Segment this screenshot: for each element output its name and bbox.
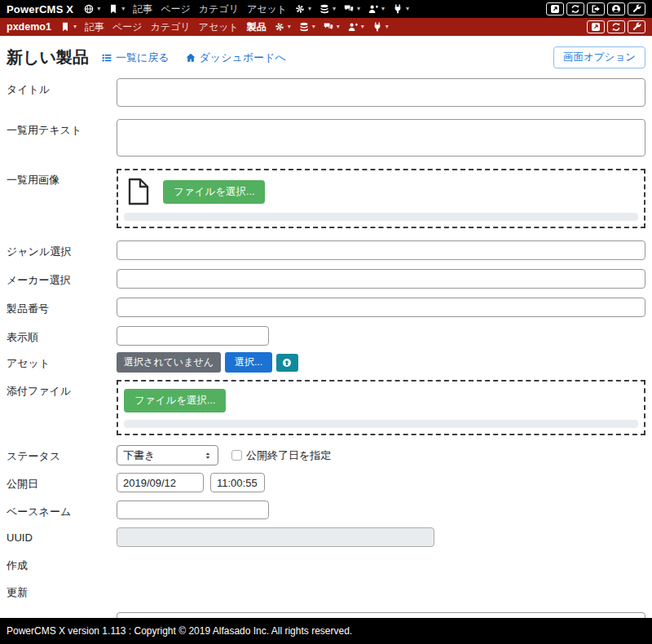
settings-menu[interactable]: ▾ <box>295 4 311 14</box>
end-date-checkbox-label: 公開終了日を指定 <box>246 448 331 463</box>
end-date-checkbox[interactable] <box>231 450 242 461</box>
attachment-label: 添付ファイル <box>7 380 117 435</box>
asset-label: アセット <box>7 352 117 373</box>
members-menu[interactable]: ▾ <box>368 4 385 14</box>
genre-input[interactable] <box>117 240 645 260</box>
site-bookmark-menu[interactable]: ▾ <box>60 22 77 32</box>
basename-label: ベースネーム <box>7 501 117 519</box>
topnav-item-pages[interactable]: ページ <box>161 2 191 16</box>
screen-options-button[interactable]: 画面オプション <box>553 46 645 68</box>
site-menu[interactable]: ▾ <box>84 4 100 14</box>
subnav-right-buttons <box>587 20 645 33</box>
created-row: 作成 <box>7 558 645 573</box>
attachment-row: 添付ファイル ファイルを選択... <box>7 380 645 435</box>
title-row: タイトル <box>7 78 645 110</box>
chevron-down-icon: ▾ <box>97 6 100 12</box>
status-label: ステータス <box>7 445 117 465</box>
plug-icon <box>372 22 382 32</box>
user-plus-icon <box>348 22 358 32</box>
chevron-down-icon: ▾ <box>73 24 77 30</box>
list-image-file-select-button[interactable]: ファイルを選択... <box>163 180 265 204</box>
chevron-down-icon: ▾ <box>337 24 340 30</box>
topnav-right-buttons <box>546 2 645 15</box>
upload-progress-bar <box>124 213 638 221</box>
back-to-list-label: 一覧に戻る <box>116 51 170 65</box>
asset-upload-button[interactable] <box>276 354 298 372</box>
subnav-item-categories[interactable]: カテゴリ <box>150 20 190 34</box>
title-input[interactable] <box>117 78 645 107</box>
site-view-button[interactable] <box>587 20 605 33</box>
site-members-menu[interactable]: ▾ <box>348 22 364 32</box>
site-rebuild-button[interactable] <box>607 20 625 33</box>
user-plus-icon <box>368 4 378 14</box>
site-settings-menu[interactable]: ▾ <box>275 22 291 32</box>
select-updown-icon <box>204 452 212 460</box>
list-image-label: 一覧用画像 <box>7 169 117 228</box>
upload-progress-bar <box>124 420 638 428</box>
publish-time-input[interactable] <box>210 473 265 492</box>
wrench-icon <box>632 4 641 14</box>
view-site-button[interactable] <box>546 2 564 15</box>
site-database-menu[interactable]: ▾ <box>299 22 315 32</box>
tools-button[interactable] <box>628 2 645 15</box>
end-date-option: 公開終了日を指定 <box>231 448 331 463</box>
list-image-dropzone[interactable]: ファイルを選択... <box>117 169 645 228</box>
modified-label: 更新 <box>7 585 117 600</box>
subnav-item-assets[interactable]: アセット <box>199 20 239 34</box>
status-select[interactable]: 下書き <box>117 445 218 465</box>
basename-input[interactable] <box>117 501 269 519</box>
sign-out-icon <box>591 4 601 14</box>
topnav-item-categories[interactable]: カテゴリ <box>199 2 239 16</box>
genre-label: ジャンル選択 <box>7 240 117 260</box>
asset-empty-badge: 選択されていません <box>117 352 221 373</box>
plugins-menu[interactable]: ▾ <box>393 4 409 14</box>
topnav-item-entries[interactable]: 記事 <box>133 2 152 16</box>
publish-date-row: 公開日 <box>7 473 645 492</box>
chevron-down-icon: ▾ <box>121 6 125 12</box>
subnav-item-pages[interactable]: ページ <box>112 20 143 34</box>
uuid-input <box>117 527 434 547</box>
site-comments-menu[interactable]: ▾ <box>324 22 340 32</box>
attachment-file-select-button[interactable]: ファイルを選択... <box>124 389 226 412</box>
chevron-down-icon: ▾ <box>308 6 311 12</box>
attachment-dropzone[interactable]: ファイルを選択... <box>117 380 645 435</box>
site-tools-button[interactable] <box>628 20 645 33</box>
status-row: ステータス 下書き 公開終了日を指定 <box>7 445 645 465</box>
chevron-down-icon: ▾ <box>385 24 389 30</box>
dashboard-link[interactable]: ダッシュボードへ <box>186 51 286 65</box>
rebuild-button[interactable] <box>566 2 584 15</box>
sign-out-button[interactable] <box>587 2 605 15</box>
gear-icon <box>275 22 284 32</box>
publish-date-label: 公開日 <box>7 473 117 492</box>
bookmark-icon <box>60 22 70 32</box>
comments-menu[interactable]: ▾ <box>344 4 360 14</box>
chevron-down-icon: ▾ <box>361 24 364 30</box>
brand[interactable]: PowerCMS X <box>7 3 73 15</box>
comments-icon <box>324 22 333 32</box>
topnav-item-assets[interactable]: アセット <box>247 2 287 16</box>
asset-select-button[interactable]: 選択... <box>225 352 272 373</box>
asset-row: アセット 選択されていません 選択... <box>7 352 645 373</box>
uuid-row: UUID <box>7 527 645 547</box>
genre-row: ジャンル選択 <box>7 240 645 260</box>
home-icon <box>186 53 196 63</box>
publish-date-input[interactable] <box>117 473 204 492</box>
database-menu[interactable]: ▾ <box>319 4 336 14</box>
maker-input[interactable] <box>117 269 645 289</box>
site-plugins-menu[interactable]: ▾ <box>372 22 389 32</box>
chevron-down-icon: ▾ <box>381 6 385 12</box>
bookmark-icon <box>108 4 118 14</box>
display-order-input[interactable] <box>117 326 269 346</box>
subnav-item-products[interactable]: 製品 <box>247 20 267 34</box>
footer-copyright: PowerCMS X version 1.113 : Copyright © 2… <box>7 625 352 637</box>
bookmark-menu[interactable]: ▾ <box>108 4 125 14</box>
chevron-down-icon: ▾ <box>333 6 336 12</box>
product-number-input[interactable] <box>117 298 645 317</box>
list-text-input[interactable] <box>117 119 645 157</box>
site-name[interactable]: pxdemo1 <box>7 21 51 33</box>
list-text-row: 一覧用テキスト <box>7 119 645 160</box>
profile-button[interactable] <box>607 2 625 15</box>
title-label: タイトル <box>7 78 117 110</box>
subnav-item-entries[interactable]: 記事 <box>85 20 104 34</box>
back-to-list-link[interactable]: 一覧に戻る <box>102 51 170 65</box>
